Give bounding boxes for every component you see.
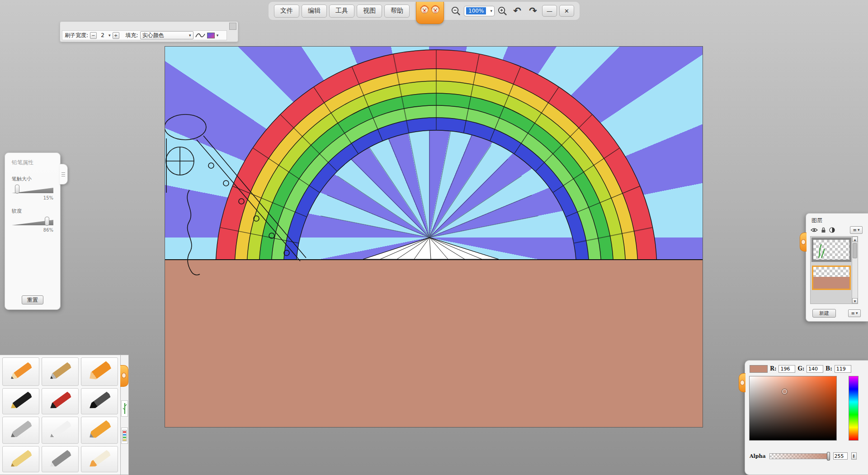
softness-label: 软度 [12,208,53,214]
lock-icon[interactable] [821,227,826,233]
clown-icon [801,239,806,245]
stroke-size-value: 15% [12,195,53,200]
menubar: 文件 编辑 工具 视图 帮助 [269,2,580,20]
tool-paint-roller[interactable] [81,417,118,444]
stroke-curve-icon[interactable] [195,32,205,39]
visibility-eye-icon[interactable] [811,228,818,233]
crane-line-art [165,47,703,428]
pattern-card-icon[interactable] [121,428,128,444]
bamboo-brush-icon[interactable] [121,400,128,417]
reset-button[interactable]: 重置 [22,295,43,304]
fountain-pen-icon [9,391,33,411]
chevron-down-icon[interactable]: ▾ [108,33,111,38]
panel-drag-handle[interactable] [229,23,236,30]
tool-ink-pen[interactable] [42,357,79,386]
chevron-down-icon: ▾ [856,311,858,315]
rgb-row: R: G: B: [750,365,865,373]
tool-airbrush[interactable] [2,417,39,444]
blue-value-input[interactable] [835,365,851,373]
layers-scrollbar[interactable]: ▲ ▼ [852,237,858,304]
toolbox-tab[interactable] [120,365,128,387]
menu-file[interactable]: 文件 [274,5,299,18]
tool-marker[interactable] [2,446,39,472]
pencil-properties-panel: 铅笔属性 笔触大小 15% 软度 86% 重置 [5,152,61,310]
layers-panel: 图层 ≡ ▾ [806,213,868,322]
undo-button[interactable]: ↶ [510,5,524,17]
chevron-down-icon[interactable]: ▾ [490,9,492,13]
alpha-value-input[interactable] [833,452,848,460]
paint-roller-icon [87,420,112,441]
tool-pencil[interactable] [2,357,39,386]
app-logo-tab[interactable] [416,2,444,24]
brush-width-value: 2 [99,32,107,38]
stroke-size-slider[interactable] [12,185,53,194]
layer-thumbnail [812,266,851,290]
zoom-in-icon[interactable] [497,5,508,17]
layers-list: ▲ ▼ [810,236,858,304]
hue-slider[interactable] [849,376,859,441]
brush-options-row: 刷子宽度: − 2 ▾ + 填充: 实心颜色 ▾ ▾ [62,30,227,40]
tool-palette [0,355,121,475]
layer-options-button[interactable]: ≡ ▾ [848,309,861,317]
quill-icon [48,449,72,469]
stroke-color-swatch[interactable] [207,33,215,38]
color-picker-cursor[interactable] [782,389,787,394]
list-icon: ≡ [851,311,855,316]
panel-title: 铅笔属性 [12,159,53,166]
tool-fountain-pen[interactable] [2,388,39,414]
width-decrease-button[interactable]: − [90,32,97,39]
current-color-swatch[interactable] [750,365,768,373]
alpha-label: Alpha [750,453,766,459]
ink-pen-icon [48,361,72,381]
tool-calligraphy-brush[interactable] [81,388,118,414]
tool-quill[interactable] [42,446,79,472]
alpha-slider-handle[interactable] [827,452,830,461]
contrast-icon[interactable] [829,227,835,233]
chevron-down-icon: ▾ [189,33,191,38]
layer-row[interactable] [811,238,851,262]
slider-handle[interactable] [45,217,49,226]
spinner-down-icon[interactable]: ▼ [853,456,855,458]
zoom-level-field[interactable]: 100% ▾ [464,6,495,16]
alpha-slider[interactable] [769,453,830,459]
redo-button[interactable]: ↷ [526,5,540,17]
menu-edit[interactable]: 编辑 [302,5,327,18]
layer-row-selected[interactable] [811,265,851,291]
menu-help[interactable]: 帮助 [384,5,410,18]
alpha-row: Alpha ▲ ▼ [750,451,865,461]
alpha-gradient [770,454,829,459]
drawing-canvas[interactable] [165,46,703,428]
red-value-input[interactable] [778,365,795,373]
minimize-button[interactable]: — [542,5,557,17]
tool-paint-tube[interactable] [42,417,79,444]
saturation-value-picker[interactable] [749,376,837,441]
blue-label: B: [826,366,832,372]
layers-menu-button[interactable]: ≡ ▾ [850,226,863,234]
tool-crayon[interactable] [81,357,118,386]
alpha-spinner[interactable]: ▲ ▼ [851,452,857,460]
layers-toolbar: ≡ ▾ [811,226,863,234]
panel-collapse-tab[interactable] [60,164,68,185]
marker-icon [9,449,33,469]
softness-value: 86% [12,228,53,233]
menu-tools[interactable]: 工具 [329,5,354,18]
zoom-out-icon[interactable] [450,5,462,17]
menu-view[interactable]: 视图 [357,5,382,18]
scrollbar-thumb[interactable] [853,243,857,258]
width-increase-button[interactable]: + [113,32,119,39]
tool-eraser-stick[interactable] [81,446,118,472]
fill-type-select[interactable]: 实心颜色 ▾ [140,31,193,39]
slider-handle[interactable] [15,185,19,194]
softness-slider[interactable] [12,218,53,226]
scroll-down-icon[interactable]: ▼ [852,298,858,304]
tool-paint-brush[interactable] [42,388,79,414]
clown-icon [420,3,429,15]
green-value-input[interactable] [807,365,823,373]
new-layer-button[interactable]: 新建 [812,309,836,318]
chevron-down-icon[interactable]: ▾ [217,33,219,38]
layers-panel-tab[interactable] [800,233,807,252]
color-panel-tab[interactable] [739,373,745,392]
fill-label: 填充: [126,32,138,39]
scroll-up-icon[interactable]: ▲ [852,237,858,242]
close-button[interactable]: ✕ [559,5,574,17]
